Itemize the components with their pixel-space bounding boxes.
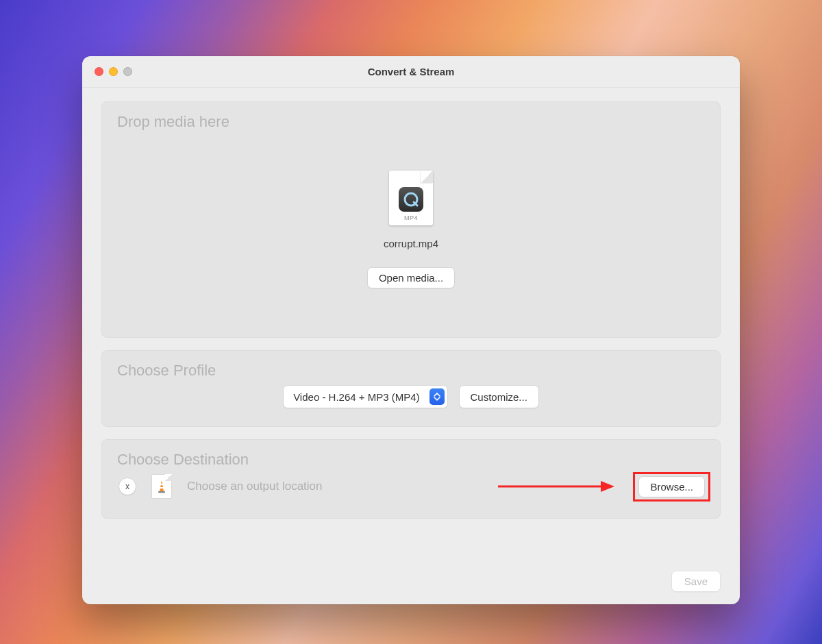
profile-select-value: Video - H.264 + MP3 (MP4) [293, 391, 419, 403]
svg-rect-3 [158, 491, 165, 493]
window-content: Drop media here MP4 corrupt.mp4 Open med… [82, 88, 740, 571]
open-media-button[interactable]: Open media... [367, 267, 455, 288]
window-title: Convert & Stream [82, 66, 740, 77]
close-window-button[interactable] [95, 67, 103, 76]
dropped-file-name: corrupt.mp4 [384, 238, 438, 249]
profile-select[interactable]: Video - H.264 + MP3 (MP4) [283, 385, 447, 408]
zoom-window-button-disabled [123, 67, 132, 76]
svg-rect-2 [160, 487, 164, 488]
convert-stream-window: Convert & Stream Drop media here MP4 cor… [82, 56, 740, 604]
file-extension-label: MP4 [404, 214, 418, 221]
annotation-arrow [498, 478, 614, 495]
destination-row: x Choose an output location Browse... [117, 474, 705, 499]
browse-button-wrap: Browse... [638, 476, 705, 497]
profile-row: Video - H.264 + MP3 (MP4) Customize... [117, 385, 705, 408]
window-footer: Save [82, 571, 740, 604]
choose-destination-title: Choose Destination [117, 451, 705, 469]
svg-marker-5 [601, 481, 614, 492]
chevron-up-down-icon [429, 388, 445, 405]
drop-media-title: Drop media here [117, 113, 705, 131]
clear-destination-button[interactable]: x [119, 478, 136, 495]
destination-placeholder: Choose an output location [187, 480, 323, 493]
choose-profile-title: Choose Profile [117, 362, 705, 380]
drop-media-section[interactable]: Drop media here MP4 corrupt.mp4 Open med… [101, 101, 721, 338]
browse-button[interactable]: Browse... [638, 476, 705, 497]
minimize-window-button[interactable] [109, 67, 118, 76]
customize-profile-button[interactable]: Customize... [459, 385, 539, 408]
traffic-lights [82, 67, 132, 76]
drop-media-body: MP4 corrupt.mp4 Open media... [117, 136, 705, 322]
svg-rect-1 [160, 484, 164, 485]
vlc-file-icon [151, 474, 172, 499]
save-button[interactable]: Save [671, 571, 721, 592]
titlebar: Convert & Stream [82, 56, 740, 88]
quicktime-icon [399, 187, 423, 212]
dropped-file-icon: MP4 [389, 171, 433, 225]
choose-profile-section: Choose Profile Video - H.264 + MP3 (MP4)… [101, 350, 721, 427]
choose-destination-section: Choose Destination x Choose an output lo… [101, 439, 721, 519]
